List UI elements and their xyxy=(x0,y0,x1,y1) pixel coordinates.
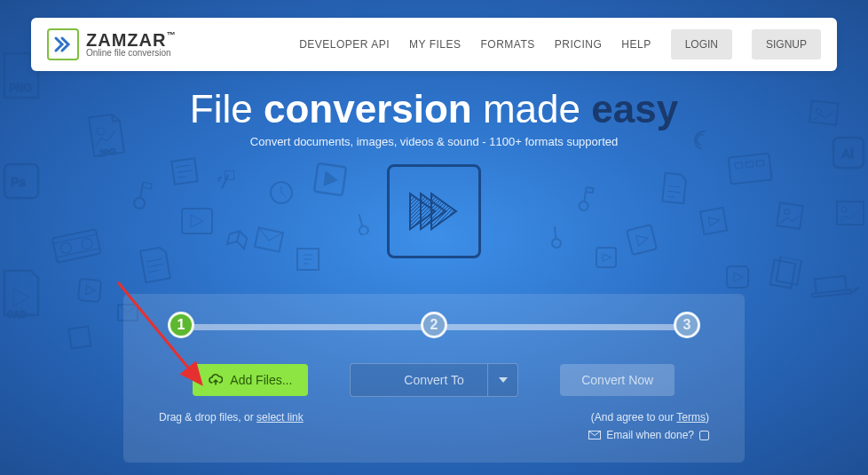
signup-button[interactable]: SIGNUP xyxy=(752,29,821,59)
svg-rect-6 xyxy=(52,229,101,263)
main-nav: DEVELOPER API MY FILES FORMATS PRICING H… xyxy=(299,29,821,59)
hero: File conversion made easy Convert docume… xyxy=(0,87,868,148)
svg-rect-28 xyxy=(729,154,772,185)
svg-rect-35 xyxy=(627,225,657,255)
svg-rect-16 xyxy=(78,279,101,302)
svg-text:Ai: Ai xyxy=(841,146,854,161)
step-1: 1 xyxy=(168,312,194,338)
convert-now-button[interactable]: Convert Now xyxy=(560,364,675,396)
svg-rect-17 xyxy=(69,327,91,349)
mail-icon xyxy=(588,431,601,439)
cloud-upload-icon xyxy=(209,373,223,387)
hero-title: File conversion made easy xyxy=(0,87,868,131)
svg-point-24 xyxy=(841,207,847,212)
svg-point-8 xyxy=(81,237,93,249)
email-when-done[interactable]: Email when done? xyxy=(588,429,709,441)
svg-rect-27 xyxy=(727,266,748,288)
svg-rect-26 xyxy=(777,257,801,285)
select-link[interactable]: select link xyxy=(256,411,304,424)
nav-my-files[interactable]: MY FILES xyxy=(409,38,461,51)
conversion-panel: 1 2 3 Add Files... Convert To Convert No… xyxy=(123,294,745,463)
add-files-button[interactable]: Add Files... xyxy=(193,364,308,396)
hero-conversion-icon xyxy=(387,164,481,258)
brand-tagline: Online file conversion xyxy=(86,49,176,58)
chevron-down-icon xyxy=(487,364,517,396)
step-2: 2 xyxy=(421,312,447,338)
terms-link[interactable]: Terms xyxy=(676,411,706,424)
nav-developer-api[interactable]: DEVELOPER API xyxy=(299,38,390,51)
svg-rect-31 xyxy=(756,160,764,166)
brand-name: ZAMZAR™ xyxy=(86,31,176,49)
convert-to-dropdown[interactable]: Convert To xyxy=(350,363,518,397)
nav-pricing[interactable]: PRICING xyxy=(555,38,603,51)
svg-point-33 xyxy=(784,209,790,215)
drag-drop-hint: Drag & drop files, or select link xyxy=(159,411,304,441)
svg-rect-9 xyxy=(182,209,212,234)
terms-agreement: (And agree to our Terms) xyxy=(588,411,709,424)
svg-point-7 xyxy=(59,241,72,254)
svg-rect-30 xyxy=(746,162,754,168)
svg-text:Ps: Ps xyxy=(11,175,26,189)
convert-to-label: Convert To xyxy=(404,373,463,387)
svg-rect-29 xyxy=(735,162,743,169)
hero-subtitle: Convert documents, images, videos & soun… xyxy=(0,135,868,148)
svg-rect-13 xyxy=(255,227,283,251)
email-checkbox[interactable] xyxy=(699,431,709,440)
header-bar: ZAMZAR™ Online file conversion DEVELOPER… xyxy=(31,18,837,71)
steps-indicator: 1 2 3 xyxy=(159,312,709,338)
nav-help[interactable]: HELP xyxy=(621,38,651,51)
logo[interactable]: ZAMZAR™ Online file conversion xyxy=(47,28,176,60)
logo-icon xyxy=(47,28,79,60)
svg-rect-34 xyxy=(700,208,727,234)
svg-rect-36 xyxy=(596,248,616,267)
login-button[interactable]: LOGIN xyxy=(671,29,732,59)
step-3: 3 xyxy=(674,312,700,338)
svg-text:CAD: CAD xyxy=(7,310,27,320)
nav-formats[interactable]: FORMATS xyxy=(480,38,534,51)
